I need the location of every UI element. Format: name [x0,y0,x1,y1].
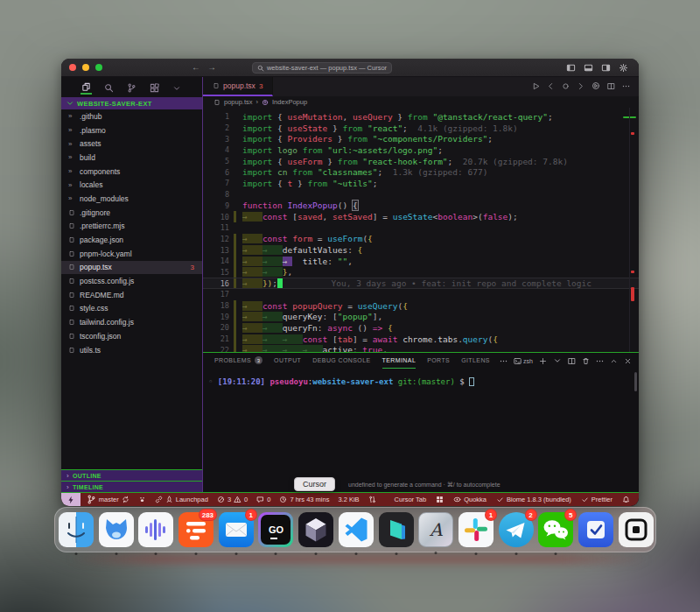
outline-section[interactable]: › OUTLINE [61,469,202,481]
activity-item-explorer[interactable] [80,80,92,95]
breadcrumb[interactable]: popup.tsx › IndexPopup [203,96,639,108]
tree-item-.prettierrc.mjs[interactable]: .prettierrc.mjs [61,220,202,234]
tree-item-.github[interactable]: ».github [61,109,202,123]
dock-cursor[interactable] [298,512,333,547]
nav-forward-icon[interactable] [577,82,584,90]
activity-item-search[interactable] [103,81,115,94]
zoom-window-button[interactable] [95,64,102,71]
more-actions[interactable] [596,357,604,365]
statusbar-remote-indicator[interactable] [61,493,80,506]
command-center[interactable]: website-saver-ext — popup.tsx — Cursor [252,62,392,74]
statusbar-problems-status[interactable]: 30 [217,496,248,503]
timeline-section[interactable]: › TIMELINE [61,481,202,492]
dock-things[interactable] [578,512,613,547]
activity-item-source-control[interactable] [126,81,137,94]
record-icon[interactable] [562,82,570,90]
statusbar-file-size[interactable]: 3.2 KiB [338,496,359,503]
tree-item-tailwind.config.js[interactable]: tailwind.config.js [61,315,202,329]
minimize-window-button[interactable] [82,64,89,71]
tree-item-components[interactable]: »components [61,165,202,179]
launch-profile[interactable] [553,356,562,365]
dock-arc[interactable]: A [418,512,453,547]
tree-item-tsconfig.json[interactable]: tsconfig.json [61,329,202,343]
tab-popup-tsx[interactable]: popup.tsx 3 [203,77,273,96]
code-editor[interactable]: 1import { useMutation, useQuery } from "… [203,108,639,352]
code-token: logo [277,145,298,155]
statusbar-extensions-grid[interactable] [436,496,444,503]
dock-vscode[interactable] [339,512,374,547]
panel-tab-problems[interactable]: PROBLEMS3 [214,353,262,369]
more-panel-tabs[interactable] [500,357,508,365]
panel-tab-terminal[interactable]: TERMINAL [382,353,416,369]
settings-gear-icon[interactable] [619,63,628,73]
tree-item-build[interactable]: »build [61,151,202,165]
profile-icon[interactable] [592,81,600,90]
dock-feed-app[interactable]: 283 [178,512,214,547]
run-icon[interactable] [532,82,540,90]
statusbar-prettier[interactable]: Prettier [581,496,612,503]
statusbar-wakatime[interactable]: 7 hrs 43 mins [279,496,329,503]
panel-tab-output[interactable]: OUTPUT [274,353,301,369]
layout-panel-icon[interactable] [584,63,593,73]
tree-item-package.json[interactable]: package.json [61,233,202,247]
statusbar-feedback[interactable]: 0 [256,496,270,503]
tree-item-style.css[interactable]: style.css [61,302,202,316]
statusbar-launchpad[interactable]: Launchpad [155,496,208,503]
tree-item-pnpm-lock.yaml[interactable]: pnpm-lock.yaml [61,247,202,261]
tree-item-assets[interactable]: »assets [61,137,202,151]
dock-goland[interactable]: GO [258,512,293,547]
panel-tab-ports[interactable]: PORTS [427,353,450,369]
notification-badge: 1 [485,509,497,521]
dock-mail[interactable]: 1 [219,512,254,547]
tree-item-utils.ts[interactable]: utils.ts [61,343,202,357]
layout-controls [566,59,628,77]
statusbar-biome[interactable]: Biome 1.8.3 (bundled) [496,496,571,503]
more-actions-icon[interactable] [622,82,630,90]
statusbar-cursor-tab[interactable]: Cursor Tab [395,496,427,503]
statusbar-git-compare[interactable] [368,496,376,503]
layout-secondary-icon[interactable] [601,63,611,73]
tree-item-.gitignore[interactable]: .gitignore [61,206,202,220]
panel-tab-debug-console[interactable]: DEBUG CONSOLE [312,353,370,369]
activity-item-views-more[interactable] [172,81,182,94]
activity-item-extensions[interactable] [149,81,160,94]
breadcrumb-symbol[interactable]: IndexPopup [272,98,307,106]
dock-fox-app[interactable] [99,512,134,547]
window-titlebar[interactable]: ←→ website-saver-ext — popup.tsx — Curso… [61,59,639,77]
tree-item-locales[interactable]: »locales [61,178,202,192]
tree-item-popup.tsx[interactable]: popup.tsx3 [61,261,202,275]
split-terminal[interactable] [568,357,576,365]
split-editor-icon[interactable] [607,82,615,90]
terminal-output[interactable]: ◦ [19:11:20] pseudoyu:website-saver-ext … [203,369,639,386]
statusbar-gitlens[interactable] [138,496,146,503]
terminal-scrollbar[interactable] [634,372,637,391]
nav-back-icon[interactable] [547,82,555,90]
dock-reader-app[interactable] [619,512,654,547]
history-back-icon[interactable]: ← [192,63,200,72]
maximize-panel[interactable] [610,357,618,365]
statusbar-git-branch-status[interactable]: master [87,495,130,504]
shell-select[interactable]: zsh [514,357,533,365]
dock-slack[interactable]: 1 [458,512,494,547]
statusbar-notifications[interactable] [622,496,630,503]
kill-terminal[interactable] [582,357,590,365]
breadcrumb-file[interactable]: popup.tsx [224,98,253,106]
close-window-button[interactable] [69,64,76,71]
tree-item-postcss.config.js[interactable]: postcss.config.js [61,274,202,288]
close-panel[interactable] [624,357,632,365]
layout-sidebar-icon[interactable] [566,63,576,73]
tree-item-node_modules[interactable]: »node_modules [61,192,202,206]
dock-notes-app[interactable] [379,512,414,547]
tree-item-.plasmo[interactable]: ».plasmo [61,123,202,137]
statusbar-quokka[interactable]: Quokka [453,496,486,503]
panel-tab-gitlens[interactable]: GITLENS [461,353,490,369]
dock-waveform-app[interactable] [138,512,173,547]
dock-telegram[interactable]: 2 [499,512,534,547]
new-terminal[interactable] [539,357,547,365]
dock-wechat[interactable]: 5 [538,512,573,547]
dock-finder[interactable] [59,512,94,547]
scrollbar-track[interactable] [629,108,630,352]
explorer-root-header[interactable]: WEBSITE-SAVER-EXT [61,97,202,109]
history-forward-icon[interactable]: → [207,63,216,72]
tree-item-README.md[interactable]: README.md [61,288,202,302]
